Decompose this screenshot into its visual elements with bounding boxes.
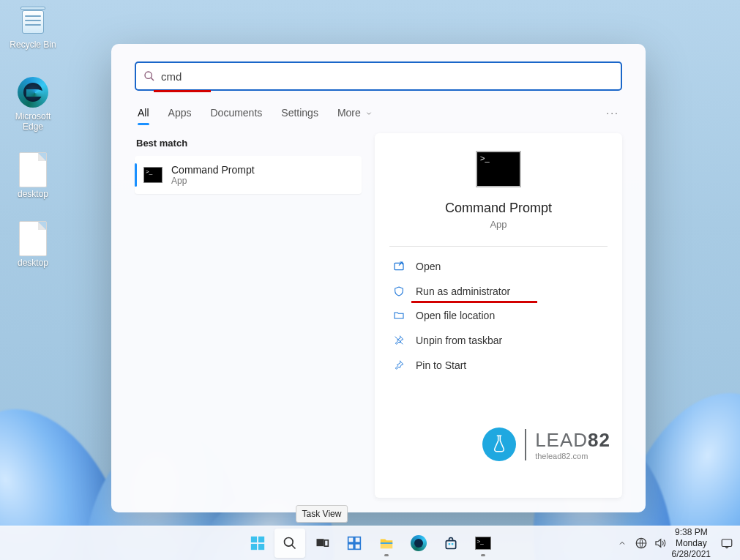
- desktop-icon-file-1[interactable]: desktop: [4, 154, 62, 199]
- taskbar-clock[interactable]: 9:38 PM Monday 6/28/2021: [672, 527, 711, 560]
- search-box[interactable]: [135, 61, 622, 91]
- svg-rect-5: [258, 537, 264, 542]
- icon-label: desktop: [4, 258, 62, 268]
- result-command-prompt[interactable]: Command Prompt App: [135, 156, 362, 194]
- action-run-admin[interactable]: Run as administrator: [389, 279, 608, 304]
- action-open[interactable]: Open: [389, 254, 608, 279]
- svg-rect-11: [324, 540, 328, 546]
- results-column: Best match Command Prompt App: [135, 133, 362, 498]
- svg-rect-15: [354, 544, 360, 550]
- network-icon[interactable]: [634, 536, 649, 550]
- svg-rect-17: [380, 542, 392, 544]
- svg-rect-14: [348, 544, 354, 550]
- unpin-icon: [392, 334, 405, 347]
- taskbar-store[interactable]: [436, 529, 466, 558]
- tab-apps[interactable]: Apps: [168, 102, 192, 123]
- system-tray: 9:38 PM Monday 6/28/2021: [615, 526, 734, 560]
- volume-icon[interactable]: [653, 536, 668, 550]
- app-subtitle: App: [490, 219, 507, 230]
- search-tabs: All Apps Documents Settings More ···: [135, 92, 622, 129]
- action-open-file-location[interactable]: Open file location: [389, 303, 608, 328]
- action-label: Open file location: [416, 310, 495, 321]
- svg-rect-12: [348, 537, 354, 543]
- svg-point-0: [145, 72, 152, 78]
- action-label: Unpin from taskbar: [416, 335, 502, 346]
- action-label: Pin to Start: [416, 359, 466, 371]
- action-pin-start[interactable]: Pin to Start: [389, 353, 608, 378]
- notifications-icon[interactable]: [720, 536, 734, 550]
- desktop-icon-recycle-bin[interactable]: Recycle Bin: [4, 4, 62, 50]
- desktop-icon-file-2[interactable]: desktop: [4, 223, 62, 268]
- svg-line-9: [291, 545, 295, 549]
- svg-rect-7: [258, 544, 264, 550]
- shield-icon: [392, 285, 405, 298]
- search-icon: [281, 534, 299, 552]
- separator: [389, 246, 608, 247]
- tab-documents[interactable]: Documents: [210, 102, 262, 123]
- tab-more[interactable]: More: [337, 102, 373, 123]
- clock-day: Monday: [672, 538, 711, 549]
- more-options-button[interactable]: ···: [606, 107, 619, 119]
- svg-rect-10: [316, 539, 324, 546]
- svg-rect-18: [446, 541, 455, 549]
- file-icon: [17, 154, 49, 186]
- clock-time: 9:38 PM: [672, 527, 711, 538]
- action-label: Run as administrator: [416, 285, 510, 297]
- taskview-tooltip: Task View: [296, 505, 348, 523]
- result-title: Command Prompt: [171, 164, 255, 176]
- file-icon: [17, 223, 49, 255]
- taskbar-taskview[interactable]: Task View: [307, 529, 337, 558]
- result-subtitle: App: [171, 176, 255, 186]
- terminal-icon: >_: [474, 534, 492, 552]
- icon-label: Recycle Bin: [4, 40, 62, 50]
- svg-rect-20: [451, 543, 453, 545]
- watermark: LEAD82 thelead82.com: [482, 428, 610, 461]
- svg-rect-6: [250, 544, 256, 550]
- taskbar-widgets[interactable]: [339, 529, 370, 558]
- terminal-icon: [143, 167, 162, 183]
- app-icon-large: [476, 151, 521, 187]
- widgets-icon: [345, 534, 363, 552]
- search-input[interactable]: [161, 70, 613, 83]
- icon-label: Microsoft Edge: [4, 111, 62, 132]
- search-icon: [143, 70, 155, 82]
- tab-settings[interactable]: Settings: [281, 102, 318, 123]
- app-title: Command Prompt: [445, 201, 552, 216]
- icon-label: desktop: [4, 189, 62, 199]
- action-unpin-taskbar[interactable]: Unpin from taskbar: [389, 328, 608, 353]
- tab-all[interactable]: All: [138, 102, 149, 123]
- edge-icon: [410, 534, 427, 552]
- svg-point-8: [284, 538, 293, 547]
- taskbar-terminal[interactable]: >_: [468, 529, 498, 558]
- taskbar-search[interactable]: [274, 529, 305, 558]
- desktop-icon-edge[interactable]: Microsoft Edge: [4, 76, 62, 132]
- pin-icon: [392, 359, 405, 372]
- taskview-icon: [313, 534, 331, 552]
- store-icon: [442, 534, 460, 552]
- action-label: Open: [416, 261, 441, 272]
- folder-icon: [392, 309, 405, 322]
- clock-date: 6/28/2021: [672, 549, 711, 560]
- svg-rect-19: [448, 543, 450, 545]
- svg-line-1: [151, 78, 154, 81]
- svg-rect-13: [354, 537, 360, 543]
- taskbar-edge[interactable]: [403, 529, 434, 558]
- watermark-icon: [482, 428, 516, 461]
- best-match-label: Best match: [136, 138, 360, 149]
- taskbar-explorer[interactable]: [371, 529, 402, 558]
- taskbar-start[interactable]: [242, 529, 273, 558]
- file-explorer-icon: [378, 534, 395, 552]
- recycle-bin-icon: [17, 4, 49, 37]
- chevron-down-icon: [365, 110, 373, 117]
- open-icon: [392, 260, 405, 273]
- start-icon: [249, 534, 266, 552]
- svg-rect-4: [250, 537, 256, 542]
- edge-icon: [17, 76, 49, 108]
- start-search-panel: All Apps Documents Settings More ··· Bes…: [111, 44, 646, 512]
- tray-overflow[interactable]: [615, 536, 629, 550]
- svg-rect-22: [722, 540, 732, 547]
- taskbar: Task View: [0, 526, 740, 560]
